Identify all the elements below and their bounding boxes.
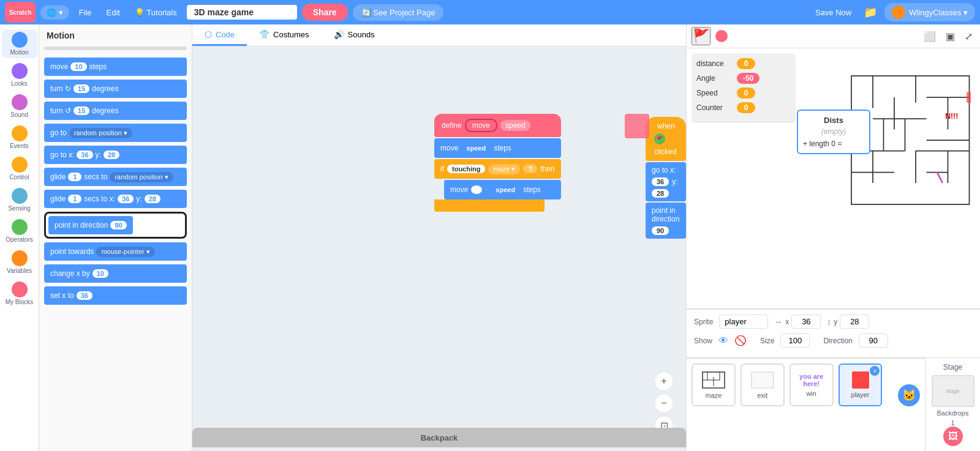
tab-costumes[interactable]: 👕 Costumes xyxy=(247,24,322,46)
sidebar-item-variables-label: Variables xyxy=(7,267,32,274)
block-move[interactable]: move 10 steps xyxy=(44,58,187,76)
add-sprite-button[interactable]: 🐱 xyxy=(898,384,920,406)
speed-label: Speed xyxy=(696,89,733,97)
show-hidden-button[interactable]: 🚫 xyxy=(734,335,747,346)
var-row-distance: distance 0 xyxy=(696,58,791,69)
sprite-thumb-win[interactable]: you arehere! win xyxy=(790,363,834,406)
category-sidebar: Motion Looks Sound Events Control Sensin… xyxy=(0,24,39,451)
define-speed-label: speed xyxy=(500,120,530,131)
sidebar-item-sound[interactable]: Sound xyxy=(2,92,37,121)
oval-placeholder xyxy=(471,185,482,194)
sprite-name-row: Sprite ↔ x ↕ y xyxy=(694,315,973,329)
when-flag-clicked-block[interactable]: when 🚩 clicked xyxy=(646,117,686,161)
sound-icon xyxy=(12,94,28,110)
sidebar-item-looks[interactable]: Looks xyxy=(2,61,37,89)
dists-empty: (empty) xyxy=(803,127,864,136)
tab-code[interactable]: ⬡ Code xyxy=(192,24,247,46)
if-touching-block[interactable]: if touching maze ▾ ? then xyxy=(434,159,561,179)
sidebar-item-motion-label: Motion xyxy=(10,49,28,56)
block-change-x[interactable]: change x by 10 xyxy=(44,264,187,283)
block-glide-random[interactable]: glide 1 secs to random position ▾ xyxy=(44,168,187,186)
block-goto-random[interactable]: go to random position ▾ xyxy=(44,124,187,142)
red-stop-button[interactable] xyxy=(715,30,728,42)
sprite-name-input[interactable] xyxy=(719,315,768,329)
globe-button[interactable]: 🌐 ▾ xyxy=(40,6,69,20)
dists-length-label: + length 0 = xyxy=(803,140,842,148)
distance-label: distance xyxy=(696,59,733,68)
player-sprite-label: player xyxy=(851,391,870,398)
sprites-list: maze exit you arehere! win × player xyxy=(687,358,925,451)
blocks-list: move 10 steps turn ↻ 15 degrees turn ↺ 1… xyxy=(39,53,192,451)
maze-sprite-label: maze xyxy=(705,392,722,399)
tutorials-button[interactable]: 💡 Tutorials xyxy=(130,6,182,20)
stage-thumbnail[interactable]: stage xyxy=(932,375,974,407)
y-coord-input[interactable] xyxy=(840,315,869,329)
sidebar-item-myblocks[interactable]: My Blocks xyxy=(2,279,37,308)
sprite-info-panel: Sprite ↔ x ↕ y Show 👁 🚫 Size xyxy=(687,309,980,357)
move-speed-steps-block[interactable]: move speed steps xyxy=(434,138,561,158)
code-canvas[interactable]: define move speed move speed steps if to… xyxy=(192,47,686,447)
win-sprite-label: win xyxy=(806,390,816,397)
show-visible-button[interactable]: 👁 xyxy=(718,335,728,346)
block-turn-right[interactable]: turn ↻ 15 degrees xyxy=(44,80,187,98)
edit-menu[interactable]: Edit xyxy=(102,6,125,20)
tab-sounds[interactable]: 🔊 Sounds xyxy=(322,24,387,46)
goto-xy-block[interactable]: go to x: 36 y: 28 xyxy=(646,162,686,201)
stage-medium-button[interactable]: ▣ xyxy=(943,29,957,43)
zoom-in-button[interactable]: + xyxy=(654,371,674,391)
save-now-button[interactable]: Save Now xyxy=(810,6,856,20)
sidebar-item-control[interactable]: Control xyxy=(2,154,37,183)
green-flag-button[interactable]: 🚩 xyxy=(692,27,710,45)
sidebar-item-sound-label: Sound xyxy=(10,111,28,118)
file-menu[interactable]: File xyxy=(74,6,97,20)
zoom-out-button[interactable]: − xyxy=(654,393,674,413)
blocks-panel: Motion move 10 steps turn ↻ 15 degrees t… xyxy=(39,24,192,451)
x-arrows-icon: ↔ xyxy=(774,317,783,327)
share-button[interactable]: Share xyxy=(302,4,348,21)
stage-small-button[interactable]: ⬜ xyxy=(921,29,938,43)
block-goto-xy[interactable]: go to x: 36 y: 28 xyxy=(44,146,187,164)
block-set-x[interactable]: set x to 36 xyxy=(44,286,187,305)
stage-canvas: distance 0 Angle -50 Speed 0 Counter 0 xyxy=(687,48,980,309)
x-coord-input[interactable] xyxy=(791,315,821,329)
maze-sprite-icon xyxy=(701,371,726,389)
sidebar-item-operators[interactable]: Operators xyxy=(2,217,37,245)
project-title-input[interactable] xyxy=(187,5,297,20)
block-point-towards[interactable]: point towards mouse-pointer ▾ xyxy=(44,242,187,261)
size-input[interactable] xyxy=(780,334,810,348)
block-glide-xy[interactable]: glide 1 secs to x: 36 y: 28 xyxy=(44,190,187,208)
variables-panel: distance 0 Angle -50 Speed 0 Counter 0 xyxy=(692,53,796,122)
counter-label: Counter xyxy=(696,103,733,112)
see-project-button[interactable]: 🔄 See Project Page xyxy=(353,4,444,21)
costumes-tab-icon: 👕 xyxy=(259,29,270,39)
user-label: WlingyClasses ▾ xyxy=(909,8,968,17)
sidebar-item-motion[interactable]: Motion xyxy=(2,29,37,58)
point-direction-90-block[interactable]: point in direction 90 xyxy=(646,203,686,239)
sprite-thumb-maze[interactable]: maze xyxy=(692,363,736,406)
sidebar-item-variables[interactable]: Variables xyxy=(2,248,37,277)
sprite-label: Sprite xyxy=(694,318,713,326)
folder-button[interactable]: 📁 xyxy=(861,3,880,21)
svg-text:N!!!: N!!! xyxy=(945,112,958,121)
block-turn-left[interactable]: turn ↺ 15 degrees xyxy=(44,102,187,120)
move-neg-speed-block[interactable]: move - speed steps xyxy=(444,180,561,199)
user-avatar xyxy=(892,6,905,19)
sprite-thumb-exit[interactable]: exit xyxy=(741,363,785,406)
player-delete-button[interactable]: × xyxy=(870,366,880,376)
define-block[interactable]: define move speed xyxy=(434,114,561,137)
sidebar-item-events[interactable]: Events xyxy=(2,123,37,152)
backpack[interactable]: Backpack xyxy=(192,428,686,447)
sidebar-item-sensing[interactable]: Sensing xyxy=(2,185,37,214)
svg-rect-17 xyxy=(967,92,971,103)
add-sprite-area: 🐱 xyxy=(887,363,920,406)
sprite-thumb-player[interactable]: × player xyxy=(839,363,883,406)
add-backdrop-button[interactable]: 🖼 xyxy=(943,427,963,446)
block-point-direction[interactable]: point in direction 90 xyxy=(48,216,133,234)
exit-sprite-label: exit xyxy=(757,392,767,399)
speed-value: 0 xyxy=(737,88,755,99)
user-menu[interactable]: WlingyClasses ▾ xyxy=(884,3,975,21)
tab-bar: ⬡ Code 👕 Costumes 🔊 Sounds xyxy=(192,24,686,47)
stage-fullscreen-button[interactable]: ⤢ xyxy=(962,29,975,43)
green-flag-icon: 🚩 xyxy=(654,133,665,144)
direction-input[interactable] xyxy=(859,334,888,348)
